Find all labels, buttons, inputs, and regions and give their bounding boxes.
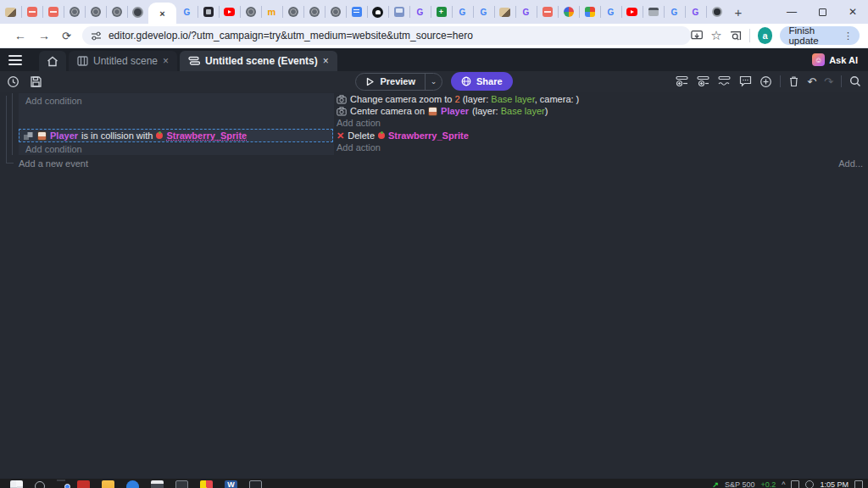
close-window-button[interactable]: ✕ [837,0,868,24]
youtube-tab[interactable] [621,0,643,24]
main-menu-button[interactable] [0,48,31,71]
colorful-grid-tab[interactable] [579,0,600,24]
search-icon[interactable] [849,75,861,87]
settings-site-favicon [132,7,143,18]
finish-update-button[interactable]: Finish update ⋮ [780,26,860,45]
clock[interactable]: 1:05 PM [820,480,849,488]
tab-untitled-scene-events[interactable]: Untitled scene (Events) × [180,51,337,71]
event2-add-condition[interactable]: Add condition [19,143,334,155]
image-site-tab[interactable] [494,0,515,24]
undo-icon[interactable]: ↶ [807,75,816,88]
back-button[interactable]: ← [14,29,26,42]
event2-add-action[interactable]: Add action [337,141,865,153]
tab-untitled-scene[interactable]: Untitled scene × [69,51,177,71]
install-app-icon[interactable] [691,30,703,42]
red-app-icon[interactable] [77,480,90,488]
delete-icon[interactable] [788,75,799,87]
action-delete[interactable]: ✕ Delete Strawberry_Sprite [337,130,865,141]
profile-avatar[interactable]: a [758,27,773,44]
preview-button[interactable]: Preview [356,74,425,90]
paint-app-icon[interactable] [200,480,213,488]
youtube-tab[interactable] [219,0,240,24]
github-tab[interactable] [367,0,388,24]
blue-app-icon[interactable] [126,480,139,488]
red-shop-tab[interactable] [537,0,558,24]
google-tab[interactable]: G [664,0,685,24]
keyboard-icon[interactable] [791,480,799,488]
event1-add-action[interactable]: Add action [337,117,865,129]
word-icon[interactable]: W [225,480,237,488]
browser-active-tab[interactable]: × [148,3,176,24]
action-change-camera-zoom[interactable]: Change camera zoom to 2 (layer: Base lay… [337,93,865,105]
start-button[interactable] [10,480,23,488]
google-tab[interactable]: G [452,0,473,24]
ask-ai-button[interactable]: ☺ Ask AI [812,48,858,71]
orange-m-tab[interactable]: m [261,0,282,24]
home-tab[interactable] [39,51,66,71]
dark-app-icon[interactable] [175,480,188,488]
add-new-event-button[interactable]: Add a new event [19,158,88,169]
new-tab-button[interactable]: + [727,5,749,19]
omnibox[interactable]: editor.gdevelop.io/?utm_campaign=try&utm… [82,26,691,45]
tray-expand-icon[interactable]: ^ [782,480,785,488]
maximize-button[interactable] [807,0,837,24]
home-icon [47,56,58,67]
file-explorer-icon[interactable] [102,480,114,488]
blue-photo-tab[interactable] [388,0,409,24]
google-tab[interactable]: G [600,0,621,24]
bookmark-star-icon[interactable]: ☆ [710,28,721,43]
add-comment-icon[interactable] [739,75,752,87]
action-center-camera[interactable]: Center camera on Player (layer: Base lay… [337,105,865,117]
blue-list-tab[interactable] [346,0,367,24]
minimize-button[interactable]: — [776,0,807,24]
add-event-icon[interactable] [676,75,689,87]
notification-center-icon[interactable] [854,480,863,488]
printer-tab[interactable] [643,0,664,24]
add-subevent-icon[interactable] [697,75,710,87]
calculator-icon[interactable] [151,480,164,488]
google-tab[interactable]: G [176,0,198,24]
close-tab-icon[interactable]: × [323,55,329,67]
add-more-button[interactable]: Add... [838,158,863,169]
stock-ticker[interactable]: S&P 500 [725,480,754,488]
settings-site-tab[interactable] [127,0,148,24]
search-button[interactable] [35,481,45,488]
site-settings-icon[interactable] [91,30,102,42]
preview-dropdown-button[interactable]: ⌄ [425,74,442,90]
event1-condition-area[interactable]: Add condition [19,93,334,129]
gdevelop-tab[interactable]: G [515,0,537,24]
close-tab-icon[interactable]: × [163,55,169,67]
gdevelop-tab[interactable]: G [685,0,706,24]
image-site-tab[interactable] [0,0,21,24]
google-tab[interactable]: G [473,0,494,24]
volume-icon[interactable] [805,480,814,488]
generic-site-tab[interactable] [303,0,325,24]
media-app-icon[interactable] [249,480,262,488]
generic-site-tab[interactable] [325,0,346,24]
forward-button[interactable]: → [38,29,50,42]
search-tabs-icon[interactable] [730,30,742,42]
generic-site-tab[interactable] [106,0,127,24]
event-block-line [12,93,13,155]
dark-app-tab[interactable] [198,0,219,24]
browser-menu-icon[interactable]: ⋮ [843,30,853,42]
red-shop-tab[interactable] [21,0,42,24]
add-more-icon[interactable] [760,75,772,88]
generic-site-tab[interactable] [240,0,261,24]
url-text[interactable]: editor.gdevelop.io/?utm_campaign=try&utm… [108,30,473,42]
green-app-tab[interactable]: + [431,0,452,24]
generic-site-tab[interactable] [85,0,106,24]
share-button[interactable]: Share [451,72,513,91]
close-tab-icon[interactable]: × [159,8,164,19]
add-other-event-icon[interactable] [718,75,732,87]
red-shop-tab[interactable] [42,0,64,24]
dark-globe-tab[interactable] [706,0,727,24]
generic-site-tab[interactable] [64,0,85,24]
generic-site-tab[interactable] [282,0,303,24]
divider [749,29,750,42]
colorful-dots-tab[interactable] [558,0,579,24]
redo-icon[interactable]: ↷ [824,75,833,88]
reload-button[interactable]: ⟳ [62,30,71,42]
event2-condition-collision[interactable]: Player is in collision with Strawberry_S… [19,129,333,142]
gdevelop-tab[interactable]: G [409,0,431,24]
